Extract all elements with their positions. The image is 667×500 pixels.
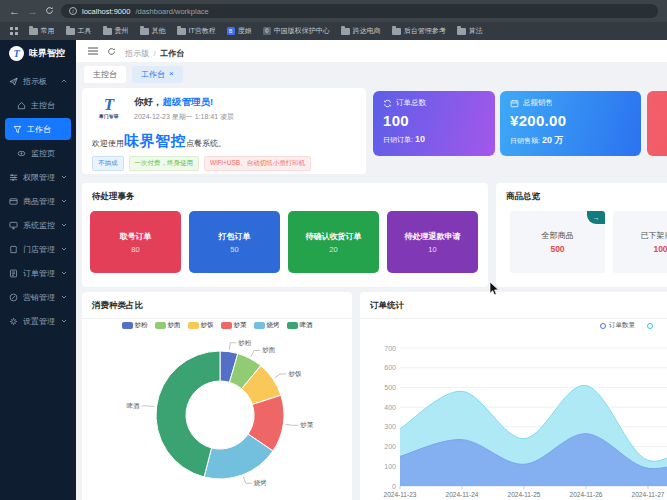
arrow-badge[interactable]: →	[587, 211, 605, 224]
bookmark-item[interactable]: B度娘	[227, 26, 252, 36]
back-icon[interactable]: ←	[9, 6, 20, 17]
svg-text:200: 200	[384, 443, 396, 450]
task-tile-refund[interactable]: 待处理退款申请 10	[387, 211, 478, 273]
sidebar-group-label: 系统监控	[23, 220, 56, 231]
refresh-icon[interactable]	[107, 47, 116, 56]
bookmark-folder[interactable]: IT营教程	[177, 26, 216, 36]
url-path: /dashboard/workplace	[135, 7, 208, 16]
tab-label: 主控台	[93, 69, 117, 80]
stat-card-clipped	[647, 91, 667, 156]
sidebar-group-goods[interactable]: 商品管理	[0, 189, 76, 213]
legend-marker	[600, 323, 606, 329]
sidebar: T 味界智控 指示板 主控台 工作台 监控页 权限管理 商品管理	[0, 40, 76, 500]
task-label: 打包订单	[219, 231, 251, 242]
svg-text:2024-11-23: 2024-11-23	[384, 491, 417, 498]
bookmark-folder[interactable]: 跨达电商	[341, 26, 381, 36]
sidebar-group-label: 门店管理	[23, 244, 56, 255]
svg-text:炒饭: 炒饭	[288, 370, 302, 378]
product-count: 500	[550, 244, 564, 254]
page-header: 指示版 / 工作台	[76, 40, 667, 62]
task-tile-packing[interactable]: 打包订单 50	[189, 211, 280, 273]
bookmark-folder[interactable]: 贵州	[103, 26, 129, 36]
folder-icon	[457, 28, 466, 35]
legend-item[interactable]	[647, 323, 656, 329]
bookmark-label: 贵州	[115, 26, 129, 36]
bookmark-folder[interactable]: 算法	[457, 26, 483, 36]
svg-text:炒面: 炒面	[262, 346, 276, 354]
eye-icon	[17, 149, 26, 158]
chevron-down-icon	[61, 175, 67, 179]
svg-text:炒菜: 炒菜	[300, 421, 314, 429]
bookmark-folder[interactable]: 其他	[140, 26, 166, 36]
tag-badge: 不抽成	[92, 156, 124, 171]
tag-badge: 一次付费，终身使用	[129, 156, 200, 171]
bookmark-label: 跨达电商	[353, 26, 381, 36]
task-tile-confirm[interactable]: 待确认收货订单 20	[288, 211, 379, 273]
svg-text:2024-11-26: 2024-11-26	[570, 491, 603, 498]
bookmark-folder[interactable]: 工具	[66, 26, 92, 36]
gear-icon	[9, 317, 18, 326]
close-tab-icon[interactable]: ×	[169, 70, 174, 78]
sidebar-item-workplace[interactable]: 工作台	[5, 118, 71, 140]
breadcrumb-parent[interactable]: 指示版	[125, 49, 149, 58]
product-tile-all[interactable]: → 全部商品 500	[510, 211, 605, 273]
hamburger-icon[interactable]	[88, 47, 98, 55]
tab-console[interactable]: 主控台	[84, 66, 126, 83]
area-chart: 70060050040030020010002024-11-232024-11-…	[360, 332, 667, 500]
task-label: 取号订单	[120, 231, 152, 242]
bookmark-label: 中国版权保护中心	[274, 26, 330, 36]
sidebar-group-dashboard[interactable]: 指示板	[0, 69, 76, 93]
sidebar-group-label: 商品管理	[23, 196, 56, 207]
site-info-icon[interactable]: i	[69, 7, 77, 15]
product-tile-offshelf[interactable]: 已下架商品 100	[613, 211, 667, 273]
sync-icon	[383, 99, 392, 108]
task-count: 50	[230, 245, 238, 254]
folder-icon	[66, 28, 75, 35]
folder-icon	[177, 28, 186, 35]
folder-icon	[29, 28, 38, 35]
sidebar-group-marketing[interactable]: 营销管理	[0, 285, 76, 309]
svg-text:400: 400	[384, 404, 396, 411]
stat-footer: 日销售额:20 万	[510, 134, 631, 147]
sidebar-group-system-monitor[interactable]: 系统监控	[0, 213, 76, 237]
apps-grid-icon[interactable]	[10, 27, 18, 35]
tab-workplace[interactable]: 工作台 ×	[132, 66, 183, 83]
product-label: 全部商品	[542, 230, 574, 241]
bookmark-folder[interactable]: 后台管理参考	[392, 26, 446, 36]
svg-text:0: 0	[392, 483, 396, 490]
sidebar-item-console[interactable]: 主控台	[0, 93, 76, 117]
chevron-down-icon	[61, 295, 67, 299]
sidebar-group-label: 订单管理	[23, 268, 56, 279]
order-doc-icon	[9, 269, 18, 278]
brand-logo-glyph: T	[104, 96, 114, 113]
sidebar-group-label: 营销管理	[23, 292, 56, 303]
funnel-icon	[13, 125, 22, 134]
svg-text:100: 100	[384, 463, 396, 470]
card-title: 订单统计	[360, 292, 667, 319]
sidebar-group-stores[interactable]: 门店管理	[0, 237, 76, 261]
sidebar-group-settings[interactable]: 设置管理	[0, 309, 76, 333]
svg-text:2024-11-27: 2024-11-27	[632, 491, 665, 498]
bookmark-item[interactable]: ©中国版权保护中心	[263, 26, 330, 36]
user-role: 超级管理员!	[163, 96, 214, 107]
card-icon	[9, 197, 18, 206]
sidebar-group-orders[interactable]: 订单管理	[0, 261, 76, 285]
sidebar-group-permissions[interactable]: 权限管理	[0, 165, 76, 189]
bookmark-folder[interactable]: 常用	[29, 26, 55, 36]
address-bar[interactable]: i localhost:9000/dashboard/workplace	[61, 4, 658, 18]
reload-icon[interactable]	[45, 6, 54, 17]
favicon: B	[227, 27, 235, 35]
app-logo[interactable]: T 味界智控	[0, 40, 76, 69]
legend-item[interactable]: 订单数量	[600, 321, 635, 330]
folder-icon	[392, 28, 401, 35]
sidebar-item-monitor-page[interactable]: 监控页	[0, 141, 76, 165]
task-tile-pickup[interactable]: 取号订单 80	[90, 211, 181, 273]
forward-icon[interactable]: →	[27, 6, 38, 17]
svg-text:啤酒: 啤酒	[127, 402, 140, 410]
sidebar-item-label: 主控台	[31, 100, 55, 111]
svg-text:700: 700	[384, 345, 396, 352]
url-host: localhost:9000	[82, 7, 130, 16]
consumption-pie-card: 消费种类占比 炒粉 炒面 炒饭 炒菜 烧烤 啤酒 炒粉炒面炒饭炒菜烧烤啤酒	[82, 292, 352, 500]
breadcrumb-current: 工作台	[160, 49, 184, 58]
breadcrumb: 指示版 / 工作台	[125, 42, 184, 60]
